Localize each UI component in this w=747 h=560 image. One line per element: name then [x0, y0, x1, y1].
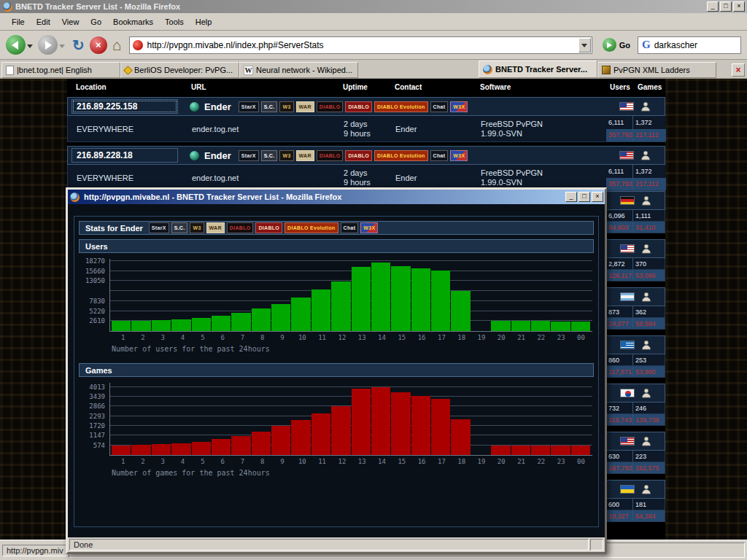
tab-3[interactable]: WNeural network - Wikiped... — [239, 62, 358, 78]
forward-button[interactable] — [38, 35, 67, 55]
close-tab-button[interactable]: × — [732, 63, 745, 77]
popup-status-bar: Done — [68, 537, 605, 552]
games-count: 1,372 — [633, 168, 666, 175]
menu-item-help[interactable]: Help — [190, 15, 218, 29]
total-counts: 84,80331,410 — [605, 222, 665, 233]
total-counts: 24,07758,584 — [605, 318, 665, 330]
games-count: 1,111 — [633, 212, 665, 219]
x-tick-label: 13 — [352, 334, 372, 341]
popup-window[interactable]: http://pvpgn.mivabe.nl - BNETD Tracker S… — [66, 187, 607, 554]
users-total: 84,803 — [606, 222, 633, 233]
popup-close-button[interactable]: × — [592, 192, 603, 202]
current-counts: 860253 — [605, 354, 665, 366]
menu-item-bookmarks[interactable]: Bookmarks — [107, 15, 159, 29]
tab-1[interactable]: |bnet.tog.net| English — [1, 62, 120, 78]
bar-hour-4 — [171, 319, 190, 331]
flag-us-icon — [619, 102, 634, 111]
users-total: 167,792 — [606, 462, 633, 473]
home-button[interactable]: ⌂ — [110, 36, 124, 54]
x-tick-label: 9 — [272, 458, 292, 465]
bar-hour-3 — [152, 444, 171, 455]
x-tick-label: 17 — [432, 458, 452, 465]
tab-2[interactable]: BerliOS Developer: PvPG... — [120, 62, 239, 78]
address-input[interactable]: http://pvpgn.mivabe.nl/index.php#ServerS… — [147, 40, 578, 50]
games-total: 53,980 — [633, 368, 665, 376]
y-tick-label: 4013 — [89, 384, 105, 391]
popup-minimize-button[interactable]: _ — [565, 192, 577, 202]
stats-header: Stats for Ender StarXS.C.W3WARDIABLODIAB… — [79, 221, 594, 235]
bar-hour-22 — [531, 446, 550, 455]
server-url[interactable]: ender.tog.net — [187, 116, 339, 141]
server-list: 216.89.225.158EnderStarXS.C.W3WARDIABLOD… — [67, 97, 665, 191]
popup-titlebar[interactable]: http://pvpgn.mivabe.nl - BNETD Tracker S… — [68, 190, 605, 204]
sidebar-server: 732246119,743139,738 — [605, 384, 665, 426]
bar-hour-12 — [331, 406, 350, 455]
go-button[interactable]: Go — [598, 36, 635, 53]
server-url[interactable]: ender.tog.net — [187, 165, 339, 190]
sidebar-server: 87336224,07758,584 — [605, 287, 665, 330]
x-tick-label: 16 — [411, 334, 431, 341]
badge-diablo2-evolution: DIABLO Evolution — [285, 222, 338, 233]
menu-item-view[interactable]: View — [56, 15, 85, 29]
back-button[interactable] — [6, 35, 35, 55]
x-tick-label: 19 — [471, 458, 491, 465]
menu-item-edit[interactable]: Edit — [31, 15, 56, 29]
users-total: 119,743 — [606, 414, 633, 425]
back-history-dropdown-icon[interactable] — [27, 44, 33, 51]
x-tick-label: 13 — [352, 458, 372, 465]
menu-item-tools[interactable]: Tools — [159, 15, 190, 29]
badge-row: StarXS.C.W3WARDIABLODIABLODIABLO Evoluti… — [239, 150, 605, 161]
stats-panel: Stats for Ender StarXS.C.W3WARDIABLODIAB… — [74, 216, 599, 527]
menu-item-go[interactable]: Go — [85, 15, 107, 29]
search-input[interactable]: darkascher — [654, 40, 697, 50]
games-section-header: Games — [79, 363, 594, 377]
plot-area — [109, 383, 592, 456]
bar-series — [112, 383, 591, 455]
bar-hour-16 — [411, 396, 430, 455]
restore-button[interactable]: □ — [720, 1, 732, 12]
badge-diablo2: DIABLO — [345, 101, 372, 112]
stop-button[interactable]: × — [90, 36, 107, 54]
forward-history-dropdown-icon[interactable] — [59, 44, 65, 51]
col-uptime: Uptime — [338, 83, 390, 91]
bar-hour-18 — [451, 291, 470, 331]
badge-warcraft3-xp: W3X — [450, 150, 468, 161]
server-ip-link[interactable]: 216.89.228.18 — [71, 148, 178, 163]
x-tick-label: 10 — [293, 458, 312, 465]
badge-broodwar: S.C. — [261, 101, 278, 112]
games-total: 139,738 — [633, 416, 665, 424]
y-tick-label: 15660 — [85, 268, 105, 275]
server-ip-link[interactable]: 216.89.225.158 — [71, 99, 178, 114]
games-count: 181 — [633, 501, 665, 508]
bar-hour-1 — [112, 446, 131, 455]
bar-hour-8 — [252, 432, 271, 455]
close-button[interactable]: × — [733, 1, 745, 12]
users-count: 6,096 — [606, 210, 633, 221]
flag-kr-icon — [620, 389, 635, 397]
server-name: Ender — [204, 101, 231, 112]
badge-chat: Chat — [341, 222, 359, 233]
popup-title: http://pvpgn.mivabe.nl - BNETD Tracker S… — [84, 192, 564, 201]
col-users: Users — [605, 83, 633, 91]
resize-grip[interactable] — [590, 539, 603, 551]
badge-starcraft: StarX — [239, 150, 259, 161]
address-bar[interactable]: http://pvpgn.mivabe.nl/index.php#ServerS… — [129, 36, 592, 54]
reload-button[interactable]: ↻ — [70, 36, 87, 54]
search-box[interactable]: G darkascher — [638, 36, 741, 54]
badge-diablo: DIABLO — [317, 150, 344, 161]
address-dropdown-button[interactable] — [578, 38, 591, 52]
popup-maximize-button[interactable]: □ — [578, 192, 590, 202]
minimize-button[interactable]: _ — [707, 1, 719, 12]
x-tick-label: 8 — [252, 334, 272, 341]
flag-cell — [605, 147, 665, 164]
games-total: 262,575 — [633, 464, 665, 472]
flag-row — [605, 239, 665, 258]
server-band: 216.89.225.158EnderStarXS.C.W3WARDIABLOD… — [67, 97, 665, 142]
menu-item-file[interactable]: File — [6, 15, 31, 29]
tab-4[interactable]: BNETD Tracker Server... — [479, 61, 597, 78]
y-tick-label: 2610 — [89, 318, 105, 324]
badge-row: StarXS.C.W3WARDIABLODIABLODIABLO Evoluti… — [239, 101, 605, 112]
window-titlebar[interactable]: BNETD Tracker Server List - Mozilla Fire… — [0, 0, 747, 13]
badge-starcraft: StarX — [239, 101, 259, 112]
tab-5[interactable]: PvPGN XML Ladders — [597, 62, 716, 78]
